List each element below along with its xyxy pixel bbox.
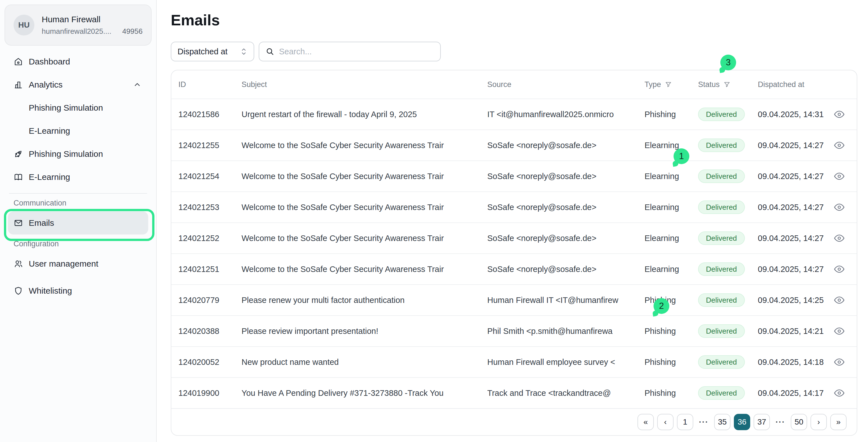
sidebar-item-dashboard[interactable]: Dashboard [0,50,156,73]
sidebar-item-label: Phishing Simulation [29,103,103,113]
main-content: Emails Dispatched at ID Subject Source T… [157,0,868,442]
eye-icon [834,203,845,211]
view-email-button[interactable] [833,294,845,306]
eye-icon [834,296,845,304]
page-button-1[interactable]: 1 [677,414,693,430]
table-row: 124021586 Urgent restart of the firewall… [172,99,857,130]
sidebar-item-analytics[interactable]: Analytics [0,73,156,96]
view-email-button[interactable] [833,356,845,368]
cell-id: 124021251 [178,265,242,274]
cell-type: Phishing [645,388,698,398]
cell-subject: Urgent restart of the firewall - today A… [242,110,487,119]
cell-dispatched-at: 09.04.2025, 14:27 [758,203,824,212]
cell-status: Delivered [698,169,758,183]
eye-icon [834,141,845,149]
view-email-button[interactable] [833,201,845,213]
cell-id: 124021253 [178,203,242,212]
sidebar-item-label: User management [29,259,98,269]
page-button-35[interactable]: 35 [714,414,731,430]
page-button-36[interactable]: 36 [734,414,750,430]
status-badge: Delivered [698,200,745,214]
status-badge: Delivered [698,386,745,400]
cell-type: Elearning [645,203,698,212]
avatar: HU [13,14,34,35]
sidebar-item-label: E-Learning [29,172,70,182]
cell-source: Phil Smith <p.smith@humanfirewa [487,327,645,336]
view-email-button[interactable] [833,387,845,399]
view-email-button[interactable] [833,108,845,121]
sidebar-item-phishing-simulation[interactable]: Phishing Simulation [0,142,156,166]
section-label-configuration: Configuration [0,240,156,248]
cell-id: 124021254 [178,172,242,181]
cell-type: Elearning [645,234,698,243]
view-email-button[interactable] [833,232,845,244]
account-card[interactable]: HU Human Firewall humanfirewall2025.... … [4,4,152,45]
account-name: Human Firewall [42,14,143,24]
page-button-50[interactable]: 50 [791,414,807,430]
eye-icon [834,234,845,242]
sidebar-item-elearning-analytics[interactable]: E-Learning [0,120,156,142]
cell-dispatched-at: 09.04.2025, 14:25 [758,296,824,305]
page-title: Emails [171,12,868,28]
cell-type: Phishing [645,327,698,336]
table-row: 124021254 Welcome to the SoSafe Cyber Se… [172,161,857,192]
type-filter-icon[interactable] [664,81,672,89]
emails-table-card: ID Subject Source Type Status Dispatched… [171,70,857,436]
sidebar-item-label: Whitelisting [29,286,72,296]
eye-icon [834,389,845,397]
cell-source: SoSafe <noreply@sosafe.de> [487,234,645,243]
view-email-button[interactable] [833,139,845,151]
cell-type: Elearning [645,141,698,150]
cell-source: Track and Trace <trackandtrace@ [487,388,645,398]
sidebar-item-emails[interactable]: Emails [8,211,148,235]
sidebar: HU Human Firewall humanfirewall2025.... … [0,0,157,442]
sort-dropdown[interactable]: Dispatched at [171,42,254,61]
cell-dispatched-at: 09.04.2025, 14:27 [758,265,824,274]
ellipsis-button: ··· [696,414,711,430]
sidebar-item-user-management[interactable]: User management [8,252,148,275]
table-row: 124020052 New product name wanted Human … [172,346,857,377]
table-row: 124021253 Welcome to the SoSafe Cyber Se… [172,192,857,223]
table-row: 124019900 You Have A Pending Delivery #3… [172,377,857,408]
view-email-button[interactable] [833,170,845,182]
cell-type: Elearning [645,265,698,274]
cell-status: Delivered [698,200,758,214]
cell-type: Elearning [645,172,698,181]
home-icon [13,57,23,66]
last-button[interactable]: » [830,414,846,430]
users-icon [13,259,23,269]
sidebar-item-label: Emails [29,218,54,228]
sort-dropdown-value: Dispatched at [178,47,236,56]
first-button[interactable]: « [638,414,654,430]
table-row: 124020779 Please renew your multi factor… [172,284,857,315]
cell-type: Phishing [645,358,698,367]
cell-id: 124021586 [178,110,242,119]
sidebar-item-label: Phishing Simulation [29,149,103,159]
view-email-button[interactable] [833,325,845,337]
page-button-37[interactable]: 37 [753,414,770,430]
next-button[interactable]: › [810,414,827,430]
view-email-button[interactable] [833,263,845,275]
cell-source: SoSafe <noreply@sosafe.de> [487,265,645,274]
prev-button[interactable]: ‹ [657,414,674,430]
status-badge: Delivered [698,138,745,152]
chevron-up-icon[interactable] [133,80,142,89]
cell-dispatched-at: 09.04.2025, 14:27 [758,234,824,243]
cell-status: Delivered [698,138,758,152]
cell-id: 124020779 [178,296,242,305]
pagination: «‹1···353637···50›» [172,408,857,435]
search-input[interactable] [279,47,434,56]
eye-icon [834,327,845,335]
status-filter-icon[interactable] [723,81,731,89]
cell-status: Delivered [698,262,758,276]
cell-id: 124020052 [178,358,242,367]
search-icon [266,47,275,56]
sidebar-item-elearning[interactable]: E-Learning [0,166,156,189]
cell-source: Human Firewall employee survey < [487,358,645,367]
cell-subject: Welcome to the SoSafe Cyber Security Awa… [242,141,487,150]
mail-icon [13,218,23,228]
cell-id: 124020388 [178,327,242,336]
cell-status: Delivered [698,386,758,400]
sidebar-item-phishing-simulation-analytics[interactable]: Phishing Simulation [0,96,156,120]
sidebar-item-whitelisting[interactable]: Whitelisting [8,279,148,302]
